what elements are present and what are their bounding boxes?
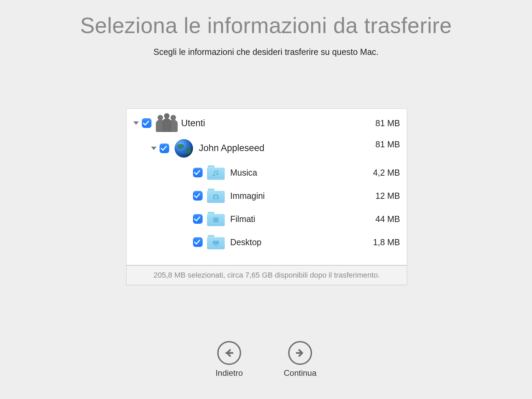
tree-row-user[interactable]: John Appleseed 81 MB xyxy=(127,135,407,161)
folder-music-icon xyxy=(207,165,225,180)
tree-size: 1,8 MB xyxy=(373,237,400,247)
disclosure-triangle-icon[interactable] xyxy=(151,147,157,150)
tree-label: John Appleseed xyxy=(199,143,375,153)
globe-avatar-icon xyxy=(174,138,194,159)
back-button[interactable]: Indietro xyxy=(216,341,243,378)
tree-size: 81 MB xyxy=(375,118,400,128)
checkbox-item[interactable] xyxy=(193,238,202,247)
tree-row-item[interactable]: Filmati 44 MB xyxy=(127,207,407,231)
arrow-right-icon xyxy=(288,341,312,365)
tree-row-item[interactable]: Immagini 12 MB xyxy=(127,184,407,207)
checkbox-users[interactable] xyxy=(142,119,151,128)
tree-row-users[interactable]: Utenti 81 MB xyxy=(127,109,407,135)
tree-label: Filmati xyxy=(230,214,375,224)
tree-size: 4,2 MB xyxy=(373,168,400,178)
checkbox-user[interactable] xyxy=(160,144,169,153)
tree-size: 81 MB xyxy=(375,139,400,149)
tree-label: Utenti xyxy=(181,118,375,129)
tree-label: Immagini xyxy=(230,191,375,201)
transfer-tree[interactable]: Utenti 81 MB John Appleseed 81 MB xyxy=(127,109,407,265)
back-button-label: Indietro xyxy=(216,368,243,378)
tree-size: 12 MB xyxy=(375,191,400,201)
transfer-panel: Utenti 81 MB John Appleseed 81 MB xyxy=(126,108,407,285)
checkbox-item[interactable] xyxy=(193,191,202,200)
users-group-icon xyxy=(156,113,176,133)
checkbox-item[interactable] xyxy=(193,168,202,177)
tree-row-item[interactable]: Musica 4,2 MB xyxy=(127,161,407,184)
continue-button[interactable]: Continua xyxy=(284,341,316,378)
folder-desktop-icon xyxy=(207,235,225,249)
tree-label: Musica xyxy=(230,168,373,178)
arrow-left-icon xyxy=(217,341,241,365)
checkbox-item[interactable] xyxy=(193,215,202,223)
tree-label: Desktop xyxy=(230,237,373,247)
tree-row-item[interactable]: Desktop 1,8 MB xyxy=(127,231,407,254)
continue-button-label: Continua xyxy=(284,368,316,378)
tree-size: 44 MB xyxy=(375,214,400,224)
folder-photos-icon xyxy=(207,189,225,203)
folder-movies-icon xyxy=(207,212,225,226)
nav-buttons: Indietro Continua xyxy=(0,341,532,378)
selection-status-text: 205,8 MB selezionati, circa 7,65 GB disp… xyxy=(153,271,380,280)
page-title: Seleziona le informazioni da trasferire xyxy=(0,0,532,38)
disclosure-triangle-icon[interactable] xyxy=(133,121,139,125)
selection-status-bar: 205,8 MB selezionati, circa 7,65 GB disp… xyxy=(127,265,407,285)
page-subtitle: Scegli le informazioni che desideri tras… xyxy=(0,47,532,57)
